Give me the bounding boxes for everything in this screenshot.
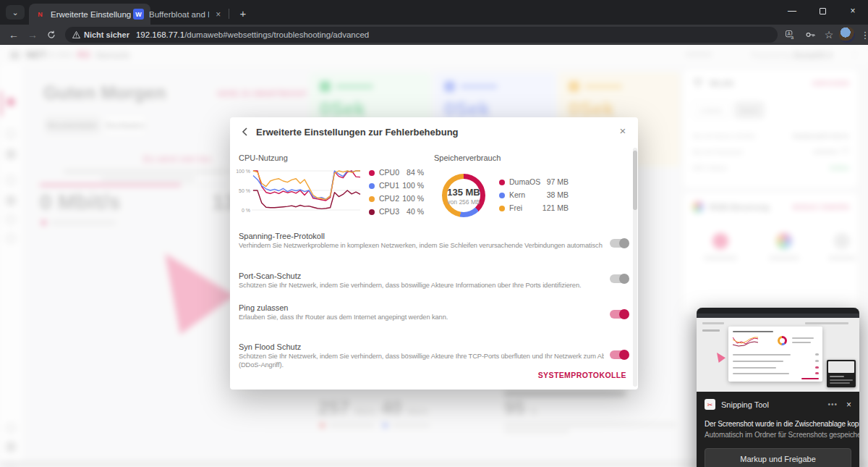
toggle-title: Port-Scan-Schutz: [239, 272, 301, 280]
legend-dot: [369, 170, 375, 176]
toast-message-secondary: Automatisch im Ordner für Screenshots ge…: [705, 431, 851, 439]
toast-panel: ✂ Snipping Tool ••• × Der Screenshot wur…: [697, 392, 859, 467]
modal-title: Erweiterte Einstellungen zur Fehlerbeheb…: [256, 127, 459, 138]
svg-text:50 %: 50 %: [239, 188, 250, 193]
spanning-tree-toggle[interactable]: [610, 239, 629, 248]
memory-legend-row: Frei 121 MB: [499, 203, 569, 214]
markup-share-button[interactable]: Markup und Freigabe: [705, 448, 851, 467]
maximize-button[interactable]: [807, 0, 838, 22]
donut-center-text: 135 MB von 256 MB: [420, 187, 507, 206]
mini-toolbar: [697, 314, 859, 318]
reload-icon: [47, 30, 56, 39]
tab-separator: [229, 9, 229, 19]
modal-scrollbar-thumb[interactable]: [633, 151, 637, 210]
toggle-description: Verhindern Sie Netzwerkprobleme in kompl…: [239, 242, 604, 249]
browser-tabstrip: ⌄ N Erweiterte Einstellungen zur Feh × W…: [0, 0, 868, 25]
netduma-favicon-icon: N: [35, 9, 46, 20]
chevron-down-icon[interactable]: ⌄: [6, 5, 25, 20]
memory-legend-row: DumaOS 97 MB: [499, 177, 569, 188]
security-badge[interactable]: Nicht sicher: [72, 30, 136, 39]
syn-flood-toggle[interactable]: [610, 350, 629, 359]
svg-text:0 %: 0 %: [242, 208, 250, 213]
legend-dot: [499, 193, 505, 198]
mini-text-bar: [805, 322, 848, 324]
cpu-legend-row: CPU0 84 %: [369, 168, 424, 178]
back-button[interactable]: ←: [6, 27, 22, 43]
close-window-button[interactable]: ×: [838, 0, 868, 22]
cpu-section-label: CPU-Nutzung: [239, 153, 288, 162]
mini-toast: [827, 360, 856, 387]
browser-tab-inactive[interactable]: W Bufferbloat and Internet Speed ×: [127, 4, 227, 25]
mini-text-bar: [702, 329, 720, 332]
tab-title: Bufferbloat and Internet Speed: [149, 10, 209, 19]
ping-allow-toggle[interactable]: [610, 310, 629, 319]
legend-dot: [369, 209, 375, 215]
reload-button[interactable]: [43, 27, 59, 43]
url-bar[interactable]: Nicht sicher 192.168.77.1/dumaweb#webset…: [65, 27, 778, 43]
url-text: 192.168.77.1/dumaweb#websettings/trouble…: [136, 30, 369, 39]
cpu-legend-row: CPU1 100 %: [369, 181, 424, 191]
toast-app-title: Snipping Tool: [721, 400, 827, 409]
mini-text-bar: [702, 322, 724, 324]
toggle-description: Schützen Sie Ihr Netzwerk, indem Sie ver…: [239, 353, 604, 360]
toggle-description: Schützen Sie Ihr Netzwerk, indem Sie ver…: [239, 282, 604, 289]
memory-section-label: Speicherverbrauch: [434, 153, 501, 162]
browser-toolbar: ← → Nicht sicher 192.168.77.1/dumaweb#we…: [0, 25, 868, 45]
memory-legend-row: Kern 38 MB: [499, 190, 569, 201]
minimize-button[interactable]: —: [777, 0, 807, 22]
snipping-tool-toast: ✂ Snipping Tool ••• × Der Screenshot wur…: [697, 308, 859, 467]
toggle-title: Ping zulassen: [239, 303, 289, 312]
advanced-troubleshooting-modal: Erweiterte Einstellungen zur Fehlerbeheb…: [230, 117, 638, 390]
modal-close-icon[interactable]: ×: [616, 125, 629, 138]
toast-close-icon[interactable]: ×: [846, 400, 851, 410]
tab-close-icon[interactable]: ×: [215, 9, 221, 20]
legend-dot: [499, 206, 505, 211]
toggle-title: Syn Flood Schutz: [239, 342, 301, 351]
profile-avatar[interactable]: [839, 27, 855, 43]
forward-button[interactable]: →: [25, 27, 41, 43]
screenshot-preview-thumbnail[interactable]: [697, 308, 859, 392]
tab-title: Erweiterte Einstellungen zur Feh: [51, 10, 131, 19]
cpu-legend-row: CPU2 100 %: [369, 194, 424, 204]
warning-triangle-icon: [72, 31, 80, 38]
waveform-favicon-icon: W: [133, 9, 144, 20]
port-scan-toggle[interactable]: [610, 274, 629, 283]
window-controls: — ×: [777, 0, 868, 25]
legend-dot: [369, 196, 375, 202]
legend-dot: [499, 180, 505, 185]
browser-menu-kebab-icon[interactable]: ⋮: [858, 28, 868, 42]
bookmark-star-icon[interactable]: ☆: [822, 28, 836, 42]
toggle-description-line2: (DDoS-Angriff).: [239, 361, 604, 369]
toggle-title: Spanning-Tree-Protokoll: [239, 232, 325, 240]
mini-modal: [728, 327, 822, 382]
translate-icon[interactable]: Aa: [783, 28, 797, 42]
back-chevron-icon[interactable]: [240, 127, 250, 137]
snipping-tool-icon: ✂: [705, 399, 715, 410]
svg-text:100 %: 100 %: [236, 169, 250, 174]
svg-text:a: a: [791, 34, 793, 39]
new-tab-button[interactable]: +: [236, 6, 250, 20]
system-logs-link[interactable]: SYSTEMPROTOKOLLE: [538, 371, 626, 379]
toggle-description: Erlauben Sie, dass Ihr Router aus dem In…: [239, 314, 604, 321]
mini-triangle: [717, 353, 726, 363]
legend-dot: [369, 183, 375, 189]
toast-more-icon[interactable]: •••: [827, 400, 838, 408]
page-viewport: NETDUMA R3 Startseite Powered by DumaOS …: [0, 45, 868, 467]
cpu-usage-chart: 100 % 50 % 0 %: [236, 167, 363, 216]
mini-tabbar: [697, 308, 859, 314]
toast-message-primary: Der Screenshot wurde in die Zwischenabla…: [705, 420, 851, 428]
password-key-icon[interactable]: [803, 28, 817, 42]
cpu-legend-row: CPU3 40 %: [369, 207, 424, 217]
